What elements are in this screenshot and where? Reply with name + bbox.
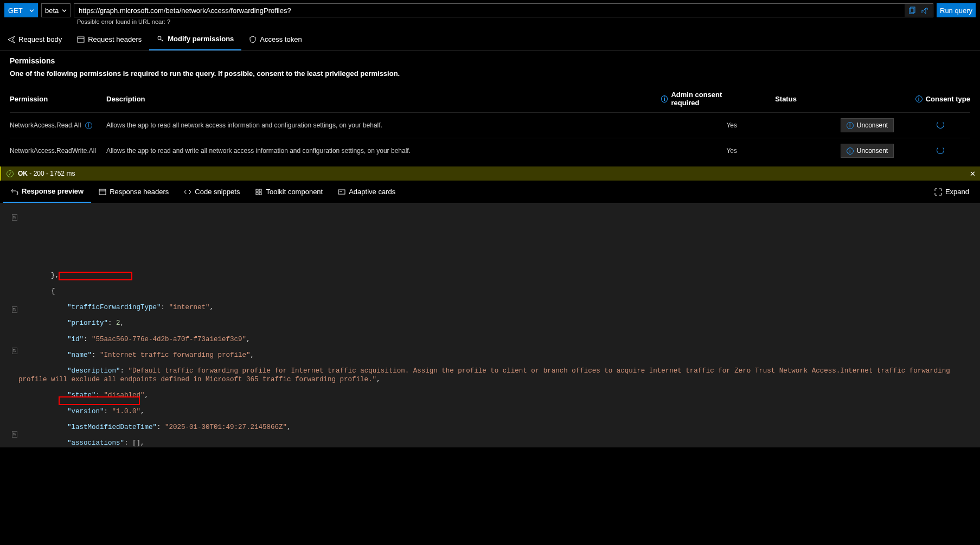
chevron-down-icon bbox=[62, 8, 67, 13]
expand-button[interactable]: Expand bbox=[927, 182, 977, 201]
col-permission: Permission bbox=[10, 95, 106, 103]
svg-rect-8 bbox=[259, 193, 261, 195]
col-admin-consent: i Admin consent required bbox=[661, 91, 748, 107]
api-version-select[interactable]: beta bbox=[41, 3, 71, 17]
tab-label: Toolkit component bbox=[266, 188, 323, 196]
close-icon[interactable]: ✕ bbox=[970, 170, 976, 178]
permission-name: NetworkAccess.Read.All i bbox=[10, 121, 106, 129]
headers-icon bbox=[77, 36, 85, 43]
query-topbar: GET beta Run query bbox=[0, 0, 980, 17]
col-status: Status bbox=[748, 95, 824, 103]
api-version-value: beta bbox=[45, 7, 59, 15]
headers-icon bbox=[99, 188, 106, 196]
permissions-title: Permissions bbox=[10, 56, 970, 65]
table-row: NetworkAccess.Read.All i Allows the app … bbox=[10, 112, 970, 138]
svg-rect-5 bbox=[256, 189, 258, 191]
info-icon[interactable]: i bbox=[915, 95, 923, 102]
fold-icon[interactable]: ⇅ bbox=[12, 306, 17, 313]
tab-label: Modify permissions bbox=[168, 35, 234, 43]
svg-rect-6 bbox=[259, 189, 261, 191]
component-icon bbox=[255, 188, 262, 196]
request-tabs: Request body Request headers Modify perm… bbox=[0, 28, 980, 51]
share-icon[interactable] bbox=[921, 7, 928, 14]
admin-consent-value: Yes bbox=[661, 147, 748, 155]
tab-label: Response preview bbox=[22, 187, 84, 195]
svg-rect-4 bbox=[99, 189, 106, 195]
unconsent-button[interactable]: i Unconsent bbox=[841, 118, 894, 132]
tab-modify-permissions[interactable]: Modify permissions bbox=[149, 28, 241, 50]
svg-rect-9 bbox=[338, 190, 345, 194]
info-icon: i bbox=[847, 122, 854, 129]
response-status-bar: ✓ OK - 200 - 1752 ms ✕ bbox=[0, 166, 980, 181]
loading-spinner-icon bbox=[937, 121, 944, 129]
tab-label: Request headers bbox=[88, 35, 142, 43]
tab-adaptive-cards[interactable]: Adaptive cards bbox=[330, 181, 403, 202]
permissions-table: Permission Description i Admin consent r… bbox=[10, 85, 970, 163]
url-error-text: Possible error found in URL near: ? bbox=[0, 17, 980, 28]
tab-response-headers[interactable]: Response headers bbox=[91, 181, 176, 202]
permission-desc: Allows the app to read all network acces… bbox=[106, 121, 661, 129]
http-method-select[interactable]: GET bbox=[4, 3, 38, 17]
undo-icon bbox=[11, 188, 18, 195]
card-icon bbox=[338, 188, 345, 196]
http-method-value: GET bbox=[8, 7, 23, 15]
fold-icon[interactable]: ⇅ bbox=[12, 431, 17, 438]
permission-desc: Allows the app to read and write all net… bbox=[106, 147, 661, 155]
response-tabs: Response preview Response headers Code s… bbox=[0, 181, 980, 203]
fold-icon[interactable]: ⇅ bbox=[12, 348, 17, 354]
info-icon[interactable]: i bbox=[661, 95, 668, 102]
tab-label: Adaptive cards bbox=[349, 188, 395, 196]
permission-name: NetworkAccess.ReadWrite.All bbox=[10, 147, 106, 155]
tab-toolkit-component[interactable]: Toolkit component bbox=[247, 181, 330, 202]
code-icon bbox=[184, 188, 191, 196]
svg-rect-2 bbox=[78, 37, 84, 42]
tab-code-snippets[interactable]: Code snippets bbox=[176, 181, 247, 202]
expand-label: Expand bbox=[945, 188, 969, 196]
permissions-header-row: Permission Description i Admin consent r… bbox=[10, 85, 970, 112]
unconsent-button[interactable]: i Unconsent bbox=[841, 144, 894, 158]
tab-label: Code snippets bbox=[195, 188, 240, 196]
shield-icon bbox=[249, 36, 257, 43]
run-query-button[interactable]: Run query bbox=[937, 3, 976, 17]
url-field-wrap bbox=[74, 3, 933, 17]
status-text: OK - 200 - 1752 ms bbox=[18, 170, 75, 177]
col-description: Description bbox=[106, 95, 661, 103]
info-icon[interactable]: i bbox=[85, 122, 92, 129]
tab-response-preview[interactable]: Response preview bbox=[3, 181, 91, 203]
col-consent-type: i Consent type bbox=[911, 95, 970, 103]
admin-consent-value: Yes bbox=[661, 121, 748, 129]
tab-request-body[interactable]: Request body bbox=[0, 28, 69, 50]
expand-icon bbox=[934, 188, 942, 196]
permissions-panel: Permissions One of the following permiss… bbox=[0, 51, 980, 163]
copy-icon[interactable] bbox=[909, 7, 917, 14]
permissions-description: One of the following permissions is requ… bbox=[10, 69, 970, 78]
tab-label: Access token bbox=[260, 35, 302, 43]
tab-label: Response headers bbox=[110, 188, 169, 196]
tab-label: Request body bbox=[18, 35, 62, 43]
fold-icon[interactable]: ⇅ bbox=[12, 214, 17, 221]
send-icon bbox=[8, 36, 15, 43]
json-response-viewer[interactable]: ⇅ ⇅ ⇅ ⇅ }, { "trafficForwardingType": "i… bbox=[0, 203, 980, 447]
tab-access-token[interactable]: Access token bbox=[241, 28, 309, 50]
svg-rect-7 bbox=[256, 193, 258, 195]
info-icon: i bbox=[847, 148, 854, 155]
url-input[interactable] bbox=[74, 4, 905, 17]
checkmark-icon: ✓ bbox=[7, 170, 14, 177]
tab-request-headers[interactable]: Request headers bbox=[69, 28, 149, 50]
chevron-down-icon bbox=[29, 8, 34, 13]
key-icon bbox=[157, 35, 164, 43]
loading-spinner-icon bbox=[937, 146, 944, 154]
table-row: NetworkAccess.ReadWrite.All Allows the a… bbox=[10, 138, 970, 163]
